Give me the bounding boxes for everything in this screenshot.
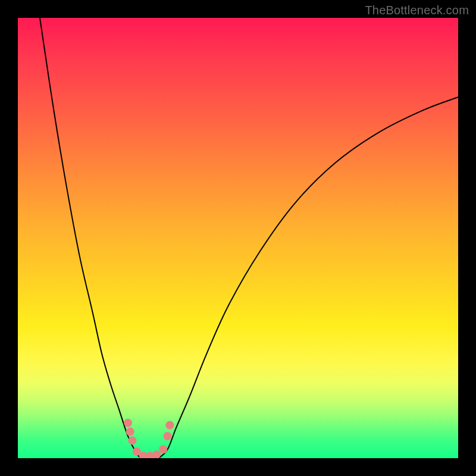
curve-markers bbox=[124, 419, 174, 458]
watermark-text: TheBottleneck.com bbox=[365, 4, 469, 17]
curve-marker bbox=[126, 428, 134, 436]
chart-container: TheBottleneck.com bbox=[0, 0, 476, 476]
left-curve bbox=[40, 18, 141, 458]
chart-svg bbox=[18, 18, 458, 458]
curve-marker bbox=[165, 421, 174, 430]
right-curve bbox=[159, 97, 458, 458]
curve-marker bbox=[159, 445, 167, 453]
curve-marker bbox=[128, 436, 136, 444]
curve-marker bbox=[124, 419, 132, 427]
plot-area bbox=[18, 18, 458, 458]
curve-marker bbox=[152, 450, 161, 458]
curve-marker bbox=[164, 432, 172, 440]
